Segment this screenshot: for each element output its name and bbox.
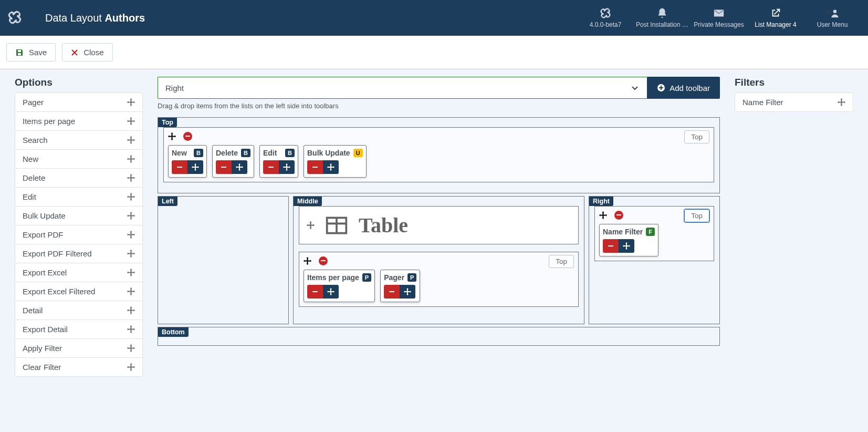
- layout-left[interactable]: Left: [158, 196, 289, 324]
- add-toolbar-button[interactable]: Add toolbar: [647, 77, 720, 99]
- toolbar-item-card[interactable]: Name FilterF: [599, 224, 658, 256]
- option-item[interactable]: Search: [15, 131, 142, 150]
- position-tag[interactable]: Top: [549, 255, 574, 268]
- move-icon[interactable]: [127, 344, 135, 352]
- move-icon[interactable]: [307, 221, 315, 229]
- status-list-manager[interactable]: List Manager 4: [747, 7, 804, 28]
- option-item[interactable]: Export Detail: [15, 320, 142, 339]
- right-toolbar[interactable]: Top Name FilterF: [594, 206, 714, 261]
- option-label: Delete: [23, 173, 45, 182]
- option-item[interactable]: Bulk Update: [15, 207, 142, 225]
- layout-top[interactable]: Top Top NewBDeleteBEditBBulk UpdateU: [158, 117, 720, 193]
- layout-right[interactable]: Right Top Name FilterF: [589, 196, 720, 324]
- move-item-button[interactable]: [323, 160, 339, 174]
- joomla-logo-icon: [7, 10, 22, 26]
- layout-bottom[interactable]: Bottom: [158, 327, 720, 346]
- move-icon[interactable]: [127, 117, 135, 125]
- move-icon[interactable]: [127, 212, 135, 220]
- option-label: Export PDF Filtered: [23, 249, 92, 258]
- move-item-button[interactable]: [279, 160, 295, 174]
- plus-circle-icon: [657, 84, 665, 92]
- save-button[interactable]: Save: [6, 43, 56, 61]
- chevron-down-icon: [630, 83, 640, 92]
- move-icon[interactable]: [127, 250, 135, 258]
- remove-item-button[interactable]: [172, 160, 187, 174]
- layout-label-right: Right: [589, 197, 613, 206]
- card-label: New: [172, 149, 187, 157]
- card-badge: F: [646, 228, 655, 236]
- move-icon[interactable]: [168, 132, 176, 140]
- save-icon: [15, 48, 24, 57]
- remove-toolbar-icon[interactable]: [183, 132, 192, 141]
- page-title: Data Layout Authors: [45, 12, 577, 24]
- move-item-button[interactable]: [619, 239, 634, 253]
- move-icon[interactable]: [127, 136, 135, 144]
- header-status-items: 4.0.0-beta7 Post Installation … Private …: [577, 7, 861, 28]
- move-icon[interactable]: [127, 155, 135, 163]
- table-icon: [325, 215, 348, 235]
- toolbar-item-card[interactable]: Items per pageP: [304, 270, 375, 302]
- move-item-button[interactable]: [400, 285, 415, 299]
- middle-toolbar[interactable]: Top Items per pagePPagerP: [299, 252, 579, 307]
- option-item[interactable]: Clear Filter: [15, 358, 142, 376]
- toolbar-item-card[interactable]: NewB: [168, 145, 207, 178]
- option-item[interactable]: Edit: [15, 188, 142, 207]
- status-user-menu[interactable]: User Menu: [804, 7, 861, 28]
- status-private-messages[interactable]: Private Messages: [691, 7, 747, 28]
- hint-text: Drag & drop items from the lists on the …: [158, 102, 720, 110]
- option-label: Items per page: [23, 117, 75, 126]
- move-icon[interactable]: [304, 257, 311, 265]
- layout-middle[interactable]: Middle Table Top Items per pagePPagerP: [293, 196, 584, 324]
- filter-item[interactable]: Name Filter: [735, 93, 853, 111]
- remove-item-button[interactable]: [307, 285, 323, 299]
- move-icon[interactable]: [838, 98, 845, 106]
- toolbar-item-card[interactable]: PagerP: [380, 270, 420, 302]
- move-icon[interactable]: [127, 269, 135, 276]
- move-icon[interactable]: [127, 363, 135, 371]
- remove-item-button[interactable]: [216, 160, 232, 174]
- move-icon[interactable]: [599, 211, 607, 219]
- table-block[interactable]: Table: [299, 206, 579, 244]
- move-icon[interactable]: [127, 98, 135, 106]
- option-item[interactable]: New: [15, 150, 142, 169]
- option-item[interactable]: Pager: [15, 93, 142, 112]
- toolbar-item-card[interactable]: EditB: [259, 145, 298, 178]
- option-item[interactable]: Items per page: [15, 112, 142, 131]
- option-item[interactable]: Delete: [15, 169, 142, 188]
- move-item-button[interactable]: [232, 160, 247, 174]
- card-badge: B: [194, 149, 203, 157]
- filters-column: Filters Name Filter: [735, 77, 853, 377]
- remove-item-button[interactable]: [263, 160, 279, 174]
- status-post-install[interactable]: Post Installation …: [634, 7, 691, 28]
- option-item[interactable]: Export Excel: [15, 263, 142, 282]
- move-icon[interactable]: [127, 306, 135, 314]
- move-icon[interactable]: [127, 287, 135, 295]
- move-icon[interactable]: [127, 174, 135, 182]
- remove-item-button[interactable]: [384, 285, 400, 299]
- card-badge: B: [285, 149, 295, 157]
- move-icon[interactable]: [127, 325, 135, 333]
- close-button[interactable]: Close: [62, 43, 112, 61]
- remove-item-button[interactable]: [603, 239, 619, 253]
- remove-item-button[interactable]: [307, 160, 323, 174]
- move-icon[interactable]: [127, 193, 135, 201]
- move-item-button[interactable]: [187, 160, 203, 174]
- option-item[interactable]: Export PDF Filtered: [15, 244, 142, 263]
- move-icon[interactable]: [127, 231, 135, 239]
- remove-toolbar-icon[interactable]: [614, 211, 623, 220]
- card-label: Delete: [216, 149, 238, 157]
- option-item[interactable]: Apply Filter: [15, 339, 142, 358]
- status-version[interactable]: 4.0.0-beta7: [577, 7, 634, 28]
- option-item[interactable]: Detail: [15, 301, 142, 320]
- option-label: Pager: [23, 98, 44, 107]
- position-tag[interactable]: Top: [684, 130, 709, 143]
- top-toolbar[interactable]: Top NewBDeleteBEditBBulk UpdateU: [163, 127, 714, 182]
- option-item[interactable]: Export PDF: [15, 225, 142, 244]
- toolbar-item-card[interactable]: Bulk UpdateU: [304, 145, 367, 178]
- move-item-button[interactable]: [323, 285, 339, 299]
- position-tag[interactable]: Top: [684, 209, 709, 222]
- toolbar-item-card[interactable]: DeleteB: [212, 145, 254, 178]
- toolbar-select[interactable]: Right: [158, 77, 647, 99]
- remove-toolbar-icon[interactable]: [319, 256, 328, 265]
- option-item[interactable]: Export Excel Filtered: [15, 282, 142, 301]
